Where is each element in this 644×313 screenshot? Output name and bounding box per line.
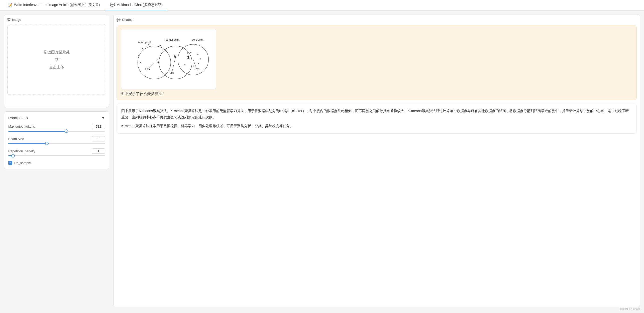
tab-multimodal-chat[interactable]: 💬 Multimodal Chat (多模态对话) xyxy=(105,0,167,10)
svg-point-22 xyxy=(140,62,141,63)
do-sample-row: ✓ Do_sample xyxy=(8,161,105,165)
svg-point-20 xyxy=(160,45,161,46)
chat-messages: noise point border point core point C B xyxy=(117,25,637,304)
svg-text:Eps: Eps xyxy=(195,68,199,70)
image-header-icon: 🖼 xyxy=(7,18,11,22)
beam-size-value[interactable]: 3 xyxy=(92,136,105,141)
left-panel: 🖼 Image 拖放图片至此处 - 或 - 点击上传 Parameters ▼ … xyxy=(4,15,109,307)
tab-bar: 📝 Write Interleaved-text-image Article (… xyxy=(0,0,644,11)
parameters-panel: Parameters ▼ Max output tokens 512 Beam … xyxy=(4,111,109,169)
rep-penalty-label: Repetition_penalty xyxy=(8,149,35,153)
svg-point-26 xyxy=(198,63,199,64)
svg-text:B: B xyxy=(174,54,176,57)
rep-penalty-value[interactable]: 1 xyxy=(92,148,105,154)
do-sample-checkbox[interactable]: ✓ xyxy=(8,161,12,165)
svg-point-28 xyxy=(184,64,186,65)
svg-text:A: A xyxy=(187,55,189,58)
param-max-output-tokens: Max output tokens 512 xyxy=(8,124,105,132)
image-panel: 🖼 Image 拖放图片至此处 - 或 - 点击上传 xyxy=(4,15,109,107)
image-header-label: Image xyxy=(12,18,21,22)
svg-point-25 xyxy=(200,58,201,60)
bot-response-paragraph-1: 图中展示了K-means聚类算法。K-means聚类算法是一种常用的无监督学习算… xyxy=(121,108,632,120)
svg-text:core point: core point xyxy=(192,38,203,41)
bot-response-paragraph-2: K-means聚类算法通常用于数据挖掘、机器学习、图像处理等领域，可用于聚类分析… xyxy=(121,123,632,129)
svg-point-24 xyxy=(197,54,198,55)
main-layout: 🖼 Image 拖放图片至此处 - 或 - 点击上传 Parameters ▼ … xyxy=(0,11,644,311)
svg-text:border point: border point xyxy=(166,38,179,41)
upload-area[interactable]: 拖放图片至此处 - 或 - 点击上传 xyxy=(7,25,106,95)
param-repetition-penalty: Repetition_penalty 1 xyxy=(8,148,105,156)
svg-text:noise point: noise point xyxy=(138,41,151,44)
svg-point-1 xyxy=(159,46,192,79)
svg-point-21 xyxy=(138,55,140,56)
bot-response-text: 图中展示了K-means聚类算法。K-means聚类算法是一种常用的无监督学习算… xyxy=(121,108,632,129)
right-panel: 💬 Chatbot xyxy=(113,15,640,307)
upload-text-line1: 拖放图片至此处 xyxy=(44,48,70,56)
collapse-icon[interactable]: ▼ xyxy=(101,116,105,120)
chatbot-icon: 💬 xyxy=(117,18,121,22)
dbscan-diagram: noise point border point core point C B xyxy=(121,29,216,89)
rep-penalty-slider-track[interactable] xyxy=(8,155,105,156)
chat-icon: 💬 xyxy=(110,3,115,7)
max-tokens-value[interactable]: 512 xyxy=(92,124,105,129)
svg-text:Eps: Eps xyxy=(170,71,174,74)
svg-point-2 xyxy=(178,44,208,75)
svg-point-23 xyxy=(190,52,191,53)
svg-point-6 xyxy=(158,61,160,63)
checkbox-check-icon: ✓ xyxy=(9,162,12,164)
max-tokens-slider-fill xyxy=(8,131,66,132)
upload-text-line2: - 或 - xyxy=(52,56,61,63)
image-panel-header: 🖼 Image xyxy=(7,18,106,22)
param-max-tokens-label-row: Max output tokens 512 xyxy=(8,124,105,129)
max-tokens-slider-track[interactable] xyxy=(8,131,105,132)
svg-text:C: C xyxy=(157,59,159,62)
svg-point-29 xyxy=(187,52,188,54)
write-icon: 📝 xyxy=(8,3,13,7)
do-sample-label: Do_sample xyxy=(14,161,31,165)
svg-point-18 xyxy=(142,48,143,49)
parameters-header: Parameters ▼ xyxy=(8,116,105,120)
beam-size-slider-fill xyxy=(8,143,47,144)
svg-line-15 xyxy=(148,62,154,69)
parameters-title: Parameters xyxy=(8,116,28,120)
upload-text-line3: 点击上传 xyxy=(49,63,64,71)
param-rep-label-row: Repetition_penalty 1 xyxy=(8,148,105,154)
beam-size-slider-track[interactable] xyxy=(8,143,105,144)
svg-point-27 xyxy=(193,65,194,67)
watermark: CSDN ©Kinna某 xyxy=(620,307,640,311)
bot-response-bubble: 图中展示了K-means聚类算法。K-means聚类算法是一种常用的无监督学习算… xyxy=(117,104,637,134)
max-tokens-slider-thumb[interactable] xyxy=(65,129,68,133)
svg-text:Eps: Eps xyxy=(145,68,150,70)
max-tokens-label: Max output tokens xyxy=(8,125,35,128)
beam-size-label: Beam Size xyxy=(8,137,24,141)
param-beam-label-row: Beam Size 3 xyxy=(8,136,105,141)
svg-point-19 xyxy=(148,44,149,45)
chatbot-header-label: Chatbot xyxy=(122,18,134,22)
user-message-text: 图中展示了什么聚类算法? xyxy=(121,92,632,96)
beam-size-slider-thumb[interactable] xyxy=(45,142,49,145)
param-beam-size: Beam Size 3 xyxy=(8,136,105,144)
chatbot-panel: 💬 Chatbot xyxy=(113,15,640,307)
chatbot-header: 💬 Chatbot xyxy=(117,18,637,22)
tab-write-article[interactable]: 📝 Write Interleaved-text-image Article (… xyxy=(3,0,104,10)
rep-penalty-slider-thumb[interactable] xyxy=(11,154,15,158)
svg-line-16 xyxy=(172,57,175,72)
user-message-bubble: noise point border point core point C B xyxy=(117,25,637,100)
